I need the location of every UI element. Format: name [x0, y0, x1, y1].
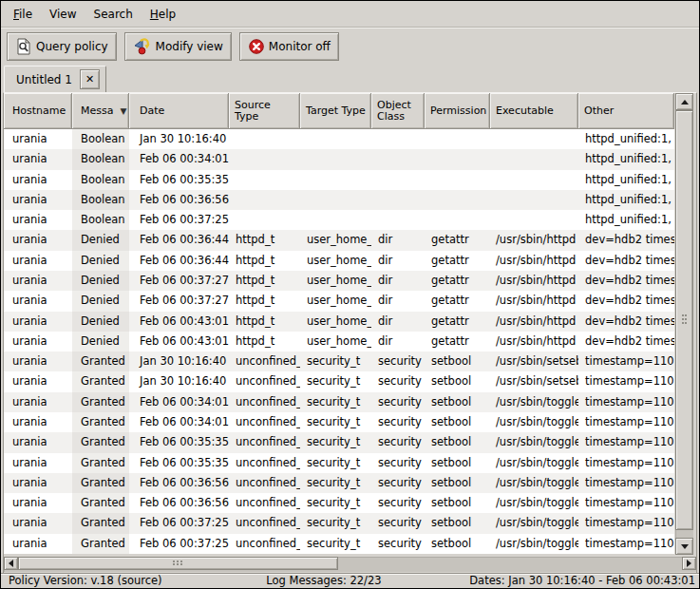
cell-source-type: unconfined_ — [229, 371, 300, 391]
cell-executable: /usr/sbin/toggle — [490, 513, 578, 533]
query-policy-icon — [15, 38, 32, 55]
modify-view-button[interactable]: Modify view — [124, 32, 232, 61]
cell-permission: getattr — [425, 251, 490, 271]
arrow-down-icon — [681, 544, 689, 549]
cell-executable: /usr/sbin/toggle — [490, 534, 578, 554]
cell-executable: /usr/sbin/httpd — [490, 230, 578, 250]
table-row[interactable]: uraniaGrantedFeb 06 00:36:56unconfined_s… — [4, 493, 674, 513]
cell-message: Granted — [72, 432, 129, 452]
table-row[interactable]: uraniaDeniedFeb 06 00:43:01httpd_tuser_h… — [4, 332, 674, 352]
cell-target-type: security_t — [300, 392, 371, 412]
menu-help[interactable]: Help — [142, 4, 184, 25]
cell-object-class: security — [371, 473, 425, 493]
column-header-source-type[interactable]: Source Type — [229, 93, 300, 129]
cell-permission — [425, 170, 490, 190]
cell-executable: /usr/sbin/setseb — [490, 371, 578, 391]
scroll-up-button[interactable] — [675, 93, 693, 110]
cell-hostname: urania — [4, 473, 72, 493]
table-row[interactable]: uraniaBooleanFeb 06 00:37:25httpd_unifie… — [4, 210, 674, 230]
cell-message: Boolean — [72, 210, 129, 230]
horizontal-scrollbar[interactable] — [4, 557, 696, 572]
cell-source-type: unconfined_ — [229, 493, 300, 513]
scroll-right-button[interactable] — [682, 557, 696, 570]
cell-object-class — [371, 190, 425, 210]
table-row[interactable]: uraniaBooleanFeb 06 00:36:56httpd_unifie… — [4, 190, 674, 210]
cell-date: Feb 06 00:34:01 — [129, 149, 229, 169]
cell-message: Boolean — [72, 149, 129, 169]
column-header-other[interactable]: Other — [578, 93, 674, 129]
column-header-message[interactable]: Messa▼ — [72, 93, 129, 129]
cell-target-type: user_home_ — [300, 251, 371, 271]
cell-executable: /usr/sbin/toggle — [490, 432, 578, 452]
table-row[interactable]: uraniaDeniedFeb 06 00:36:44httpd_tuser_h… — [4, 251, 674, 271]
cell-source-type: unconfined_ — [229, 453, 300, 473]
menu-view[interactable]: View — [41, 4, 85, 25]
monitor-off-button[interactable]: Monitor off — [239, 32, 339, 61]
table-row[interactable]: uraniaGrantedFeb 06 00:35:35unconfined_s… — [4, 432, 674, 452]
cell-target-type — [300, 190, 371, 210]
cell-other: dev=hdb2 timesta — [578, 251, 674, 271]
cell-message: Granted — [72, 412, 129, 432]
vertical-scrollbar[interactable] — [675, 93, 693, 555]
tab-strip: Untitled 1 ✕ — [1, 64, 699, 92]
table-row[interactable]: uraniaGrantedJan 30 10:16:40unconfined_s… — [4, 371, 674, 391]
table-row[interactable]: uraniaGrantedFeb 06 00:37:25unconfined_s… — [4, 513, 674, 533]
cell-executable — [490, 210, 578, 230]
table-row[interactable]: uraniaDeniedFeb 06 00:36:44httpd_tuser_h… — [4, 230, 674, 250]
scroll-down-button[interactable] — [675, 538, 693, 555]
status-bar: Policy Version: v.18 (source) Log Messag… — [1, 573, 699, 587]
table-row[interactable]: uraniaDeniedFeb 06 00:43:01httpd_tuser_h… — [4, 312, 674, 332]
column-header-executable[interactable]: Executable — [490, 93, 578, 129]
tab-close-button[interactable]: ✕ — [80, 69, 100, 89]
table-row[interactable]: uraniaBooleanJan 30 10:16:40httpd_unifie… — [4, 129, 674, 149]
cell-target-type: security_t — [300, 473, 371, 493]
column-header-permission[interactable]: Permission — [425, 93, 490, 129]
cell-other: dev=hdb2 timesta — [578, 312, 674, 332]
vertical-scrollbar-thumb[interactable] — [675, 110, 693, 530]
table-row[interactable]: uraniaBooleanFeb 06 00:34:01httpd_unifie… — [4, 149, 674, 169]
cell-object-class — [371, 210, 425, 230]
column-header-target-type[interactable]: Target Type — [300, 93, 371, 129]
table-row[interactable]: uraniaGrantedFeb 06 00:34:01unconfined_s… — [4, 392, 674, 412]
cell-permission: setbool — [425, 513, 490, 533]
cell-hostname: urania — [4, 432, 72, 452]
column-header-hostname[interactable]: Hostname — [4, 93, 72, 129]
cell-permission: setbool — [425, 432, 490, 452]
menu-file[interactable]: File — [5, 4, 41, 25]
table-row[interactable]: uraniaGrantedJan 30 10:16:40unconfined_s… — [4, 352, 674, 371]
cell-source-type: httpd_t — [229, 251, 300, 271]
cell-message: Granted — [72, 493, 129, 513]
tab-untitled-1[interactable]: Untitled 1 ✕ — [4, 66, 106, 92]
table-row[interactable]: uraniaGrantedFeb 06 00:34:01unconfined_s… — [4, 412, 674, 432]
table-row[interactable]: uraniaGrantedFeb 06 00:35:35unconfined_s… — [4, 453, 674, 473]
table-row[interactable]: uraniaGrantedFeb 06 00:36:56unconfined_s… — [4, 473, 674, 493]
cell-message: Granted — [72, 513, 129, 533]
cell-target-type — [300, 170, 371, 190]
cell-executable — [490, 170, 578, 190]
column-header-date[interactable]: Date — [129, 93, 229, 129]
monitor-off-icon — [248, 38, 265, 55]
cell-other: dev=hdb2 timesta — [578, 271, 674, 291]
cell-executable: /usr/sbin/toggle — [490, 493, 578, 513]
cell-hostname: urania — [4, 251, 72, 271]
cell-other: httpd_unified:1, h — [578, 190, 674, 210]
cell-date: Feb 06 00:37:25 — [129, 513, 229, 533]
cell-message: Boolean — [72, 190, 129, 210]
table-row[interactable]: uraniaBooleanFeb 06 00:35:35httpd_unifie… — [4, 170, 674, 190]
arrow-left-icon — [9, 560, 13, 567]
table-row[interactable]: uraniaDeniedFeb 06 00:37:27httpd_tuser_h… — [4, 291, 674, 311]
table-row[interactable]: uraniaGrantedFeb 06 00:37:25unconfined_s… — [4, 534, 674, 554]
column-header-object-class[interactable]: Object Class — [371, 93, 425, 129]
table-row[interactable]: uraniaDeniedFeb 06 00:37:27httpd_tuser_h… — [4, 271, 674, 291]
cell-date: Feb 06 00:35:35 — [129, 170, 229, 190]
horizontal-scrollbar-thumb[interactable] — [18, 557, 338, 570]
cell-date: Feb 06 00:34:01 — [129, 412, 229, 432]
query-policy-button[interactable]: Query policy — [7, 32, 117, 61]
cell-date: Feb 06 00:35:35 — [129, 453, 229, 473]
grip-icon — [173, 560, 175, 562]
log-table: Hostname Messa▼ Date Source Type Target … — [3, 92, 697, 574]
cell-object-class: security — [371, 534, 425, 554]
menu-search[interactable]: Search — [85, 4, 142, 25]
scroll-left-button[interactable] — [4, 557, 18, 570]
cell-date: Feb 06 00:43:01 — [129, 332, 229, 352]
